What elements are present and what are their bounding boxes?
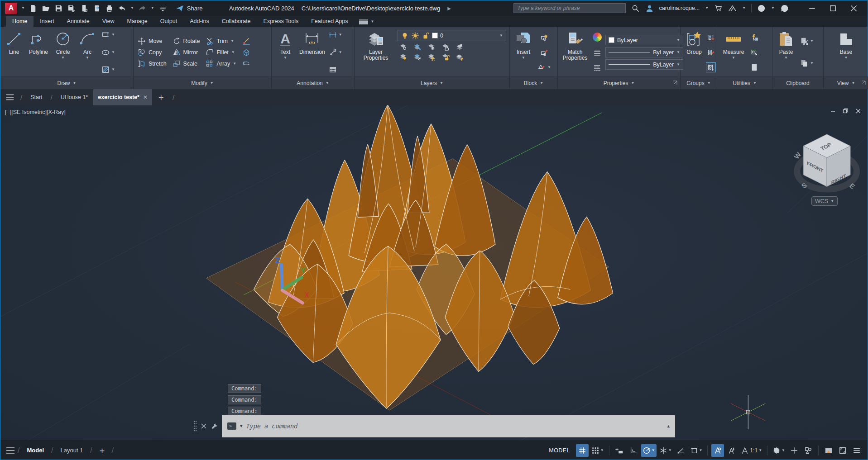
save-icon[interactable] bbox=[54, 4, 63, 13]
file-tabs-menu-icon[interactable] bbox=[5, 92, 15, 102]
command-wrench-icon[interactable] bbox=[211, 422, 218, 430]
array-caret-icon[interactable]: ▼ bbox=[233, 62, 236, 66]
help-icon[interactable]: ? bbox=[757, 4, 766, 13]
group-edit-icon[interactable] bbox=[707, 48, 715, 57]
panel-label-utilities[interactable]: Utilities▼ bbox=[717, 76, 772, 89]
snap-caret-icon[interactable]: ▼ bbox=[600, 449, 604, 452]
osnap-caret-icon[interactable]: ▼ bbox=[699, 449, 703, 452]
object-snap-tracking-toggle[interactable] bbox=[675, 444, 687, 457]
scale-caret-icon[interactable]: ▼ bbox=[758, 449, 762, 452]
copy-clip-icon[interactable] bbox=[800, 59, 808, 67]
command-expand-icon[interactable]: ▲ bbox=[667, 424, 670, 428]
isolate-objects-button[interactable] bbox=[802, 444, 815, 457]
measure-button[interactable]: Measure ▼ bbox=[720, 29, 747, 76]
username[interactable]: carolina.roque... bbox=[659, 5, 700, 11]
polar-caret-icon[interactable]: ▼ bbox=[652, 449, 655, 452]
close-button[interactable] bbox=[843, 0, 864, 16]
vp-close-icon[interactable] bbox=[855, 108, 861, 114]
linetype-dropdown[interactable]: ByLayer▼ bbox=[605, 59, 683, 70]
redo-icon[interactable] bbox=[138, 4, 147, 13]
app-menu-button[interactable]: A bbox=[5, 3, 17, 14]
redo-caret-icon[interactable]: ▼ bbox=[151, 6, 154, 10]
drawing-viewport[interactable]: Z Y X W S E TOP FRONT bbox=[0, 105, 868, 441]
save-to-web-icon[interactable] bbox=[92, 4, 101, 13]
arc-caret-icon[interactable]: ▼ bbox=[86, 56, 89, 60]
search-icon[interactable] bbox=[631, 4, 640, 13]
autoscale-toggle[interactable] bbox=[725, 444, 738, 457]
open-folder-icon[interactable] bbox=[42, 4, 50, 13]
panel-label-annotation[interactable]: Annotation▼ bbox=[272, 76, 354, 89]
tab-collaborate[interactable]: Collaborate bbox=[216, 16, 257, 27]
layer-unlock2-icon[interactable] bbox=[441, 53, 450, 61]
line-button[interactable]: Line bbox=[4, 29, 24, 76]
search-input[interactable]: Type a keyword or phrase bbox=[513, 3, 626, 13]
select-similar-icon[interactable] bbox=[750, 48, 758, 57]
scale-button[interactable]: Scale bbox=[173, 60, 200, 68]
layer-thaw-icon[interactable] bbox=[427, 53, 436, 61]
tab-featured-apps[interactable]: Featured Apps bbox=[305, 16, 354, 27]
close-file-tab-icon[interactable]: ✕ bbox=[143, 94, 148, 100]
autodesk-caret-icon[interactable]: ▼ bbox=[742, 6, 746, 10]
assistant-icon[interactable] bbox=[780, 4, 789, 13]
paste-caret-icon[interactable]: ▼ bbox=[784, 56, 788, 60]
measure-caret-icon[interactable]: ▼ bbox=[732, 56, 735, 60]
new-layout-button[interactable]: ＋ bbox=[94, 445, 110, 456]
panel-label-block[interactable]: Block▼ bbox=[510, 76, 557, 89]
color-wheel-icon[interactable] bbox=[593, 33, 602, 42]
new-file-tab-button[interactable]: ＋ bbox=[153, 91, 169, 103]
trim-caret-icon[interactable]: ▼ bbox=[230, 39, 234, 43]
layer-color-swatch[interactable] bbox=[432, 33, 438, 38]
match-properties-button[interactable]: Match Properties bbox=[561, 29, 589, 76]
arc-button[interactable]: Arc ▼ bbox=[77, 29, 98, 76]
trim-button[interactable]: Trim▼ bbox=[206, 37, 236, 45]
annotation-scale-button[interactable]: 1:1▼ bbox=[739, 444, 763, 457]
edit-attributes-icon[interactable] bbox=[537, 63, 546, 71]
viewcube[interactable]: W S E TOP FRONT RIGHT bbox=[792, 134, 857, 190]
layer-properties-button[interactable]: Layer Properties bbox=[358, 29, 394, 76]
panel-label-draw[interactable]: Draw▼ bbox=[0, 76, 133, 89]
wcs-selector[interactable]: WCS▼ bbox=[811, 196, 838, 206]
hatch-caret-icon[interactable]: ▼ bbox=[111, 68, 115, 71]
group-button[interactable]: Group bbox=[684, 29, 705, 76]
workspace-caret-icon[interactable]: ▼ bbox=[782, 449, 785, 452]
command-options-caret-icon[interactable]: ▼ bbox=[240, 424, 242, 428]
erase-button[interactable] bbox=[242, 37, 250, 45]
move-button[interactable]: Move bbox=[138, 37, 167, 45]
tab-express-tools[interactable]: Express Tools bbox=[257, 16, 305, 27]
linetype-icon[interactable] bbox=[593, 64, 601, 72]
panel-label-clipboard[interactable]: Clipboard bbox=[772, 76, 823, 89]
title-arrow-icon[interactable]: ▶ bbox=[447, 6, 451, 11]
customize-qat-icon[interactable] bbox=[158, 4, 167, 13]
offset-button[interactable] bbox=[242, 60, 250, 68]
polyline-button[interactable]: Polyline bbox=[28, 29, 49, 76]
layer-on-bulb-icon[interactable] bbox=[401, 32, 409, 40]
isodraft-caret-icon[interactable]: ▼ bbox=[668, 449, 672, 452]
layer-lock-icon[interactable] bbox=[441, 43, 450, 51]
attributes-caret-icon[interactable]: ▼ bbox=[547, 66, 551, 69]
quick-select-icon[interactable] bbox=[750, 33, 758, 42]
ungroup-icon[interactable] bbox=[707, 33, 715, 42]
lineweight-dropdown[interactable]: ByLayer▼ bbox=[605, 47, 683, 57]
rotate-button[interactable]: Rotate bbox=[173, 37, 200, 45]
viewport-controls-label[interactable]: [−][SE Isometric][X-Ray] bbox=[5, 109, 66, 115]
polar-tracking-toggle[interactable]: ▼ bbox=[641, 444, 657, 457]
minimize-button[interactable] bbox=[801, 0, 822, 16]
cut-caret-icon[interactable]: ▼ bbox=[810, 39, 814, 43]
layout-menu-icon[interactable] bbox=[5, 445, 16, 456]
command-prompt-icon[interactable]: >_ bbox=[227, 422, 236, 430]
tab-insert[interactable]: Insert bbox=[34, 16, 60, 27]
file-tab-start[interactable]: Start bbox=[26, 89, 47, 105]
leader-tool[interactable]: ▼ bbox=[329, 48, 342, 57]
circle-button[interactable]: Circle ▼ bbox=[53, 29, 73, 76]
create-block-icon[interactable] bbox=[540, 33, 548, 42]
grid-toggle[interactable] bbox=[576, 444, 589, 457]
object-snap-toggle[interactable]: ▼ bbox=[689, 444, 704, 457]
tab-view[interactable]: View bbox=[96, 16, 121, 27]
new-file-icon[interactable] bbox=[29, 4, 38, 13]
layer-unisolate-icon[interactable] bbox=[413, 53, 422, 61]
tab-annotate[interactable]: Annotate bbox=[61, 16, 96, 27]
workspace-switching-button[interactable]: ▼ bbox=[771, 444, 786, 457]
object-color-dropdown[interactable]: ByLayer▼ bbox=[605, 35, 683, 45]
fillet-button[interactable]: Fillet▼ bbox=[206, 48, 236, 57]
layer-off-icon[interactable] bbox=[399, 43, 408, 51]
